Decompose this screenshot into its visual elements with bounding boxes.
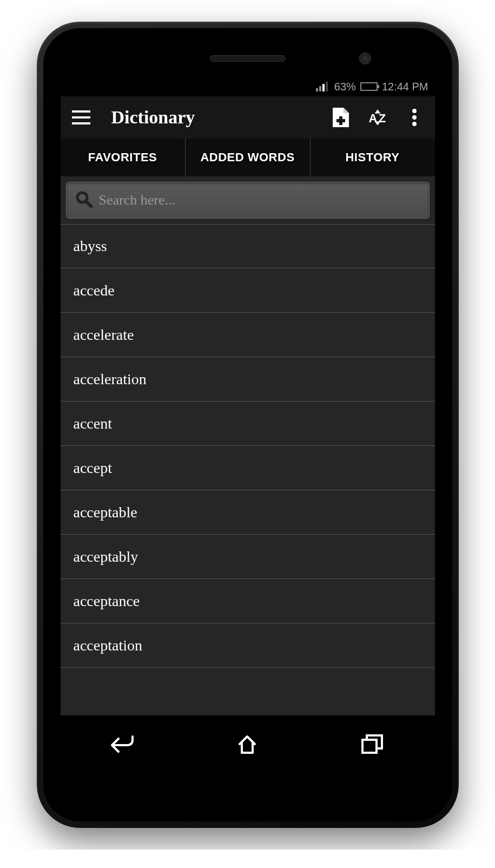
svg-rect-0 [72,110,90,113]
svg-line-11 [86,201,91,207]
word-item[interactable]: accent [61,402,435,446]
svg-point-8 [412,115,417,120]
search-placeholder: Search here... [99,192,175,208]
phone-frame: 63% 12:44 PM Dictionary [37,22,459,828]
svg-rect-4 [336,119,345,122]
svg-rect-2 [72,122,90,124]
word-item[interactable]: acceptable [61,490,435,535]
navigation-bar [61,720,435,768]
word-item[interactable]: accelerate [61,313,435,357]
search-input[interactable]: Search here... [66,182,430,219]
hamburger-menu-icon[interactable] [69,106,93,129]
svg-rect-12 [362,740,377,753]
svg-text:Z: Z [378,111,385,125]
search-icon [75,190,93,210]
svg-rect-1 [72,116,90,119]
tabs-container: FAVORITES ADDED WORDS HISTORY [61,139,435,176]
tab-label: ADDED WORDS [200,150,294,165]
sort-az-icon[interactable]: A Z [366,106,390,129]
word-item[interactable]: abyss [61,224,435,268]
tab-label: HISTORY [345,150,399,165]
back-button[interactable] [101,731,144,758]
word-item[interactable]: accept [61,446,435,490]
search-container: Search here... [61,176,435,224]
word-item[interactable]: accede [61,268,435,313]
status-bar: 63% 12:44 PM [61,77,435,96]
app-title: Dictionary [111,107,316,128]
word-item[interactable]: acceleration [61,357,435,402]
svg-point-9 [412,122,417,126]
add-document-icon[interactable] [329,106,353,129]
battery-icon [360,82,378,91]
word-list[interactable]: abyss accede accelerate acceleration acc… [61,224,435,715]
svg-point-7 [412,109,417,113]
tab-label: FAVORITES [88,150,157,165]
tab-history[interactable]: HISTORY [311,139,435,176]
word-item[interactable]: acceptably [61,535,435,579]
screen: 63% 12:44 PM Dictionary [61,77,435,715]
tab-added-words[interactable]: ADDED WORDS [186,139,311,176]
word-item[interactable]: acceptance [61,579,435,623]
word-item[interactable]: acceptation [61,623,435,668]
tab-favorites[interactable]: FAVORITES [61,139,186,176]
signal-icon [316,82,328,91]
overflow-menu-icon[interactable] [402,106,426,129]
recent-apps-button[interactable] [351,731,394,758]
battery-percent: 63% [334,81,356,93]
home-button[interactable] [226,731,269,758]
app-bar: Dictionary A Z [61,96,435,139]
clock-time: 12:44 PM [382,81,428,93]
